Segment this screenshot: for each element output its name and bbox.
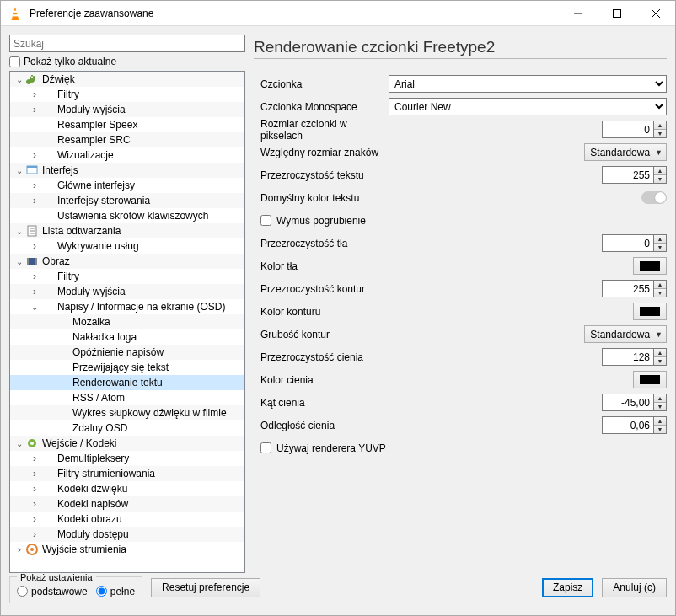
- tree-item[interactable]: Wykrywanie usług: [10, 238, 244, 254]
- maximize-button[interactable]: [598, 1, 636, 26]
- mono-font-select[interactable]: Courier New: [389, 98, 667, 115]
- save-button[interactable]: Zapisz: [542, 578, 593, 597]
- bg-color-button[interactable]: [633, 257, 667, 275]
- show-current-input[interactable]: [9, 56, 20, 67]
- tree-item[interactable]: Moduły wyjścia: [10, 284, 244, 299]
- text-opacity-spinner[interactable]: ▲▼: [602, 166, 667, 184]
- shadow-angle-spinner[interactable]: ▲▼: [602, 394, 667, 411]
- shadow-distance-spinner[interactable]: ▲▼: [602, 416, 667, 434]
- tree-item-label: Lista odtwarzania: [40, 225, 121, 237]
- outline-opacity-spinner[interactable]: ▲▼: [602, 280, 667, 297]
- basic-radio[interactable]: podstawowe: [17, 586, 88, 597]
- tree-item[interactable]: Nakładka loga: [10, 329, 244, 345]
- reset-button[interactable]: Resetuj preferencje: [151, 578, 260, 597]
- tree-arrow-icon: [13, 544, 25, 555]
- search-input[interactable]: [9, 35, 245, 52]
- tree-item[interactable]: Wykres słupkowy dźwięku w filmie: [10, 405, 244, 420]
- tree-item[interactable]: RSS / Atom: [10, 390, 244, 405]
- tree-item[interactable]: Moduły wyjścia: [10, 102, 244, 117]
- svg-rect-1: [13, 10, 18, 12]
- section-divider: [254, 58, 667, 59]
- tree-item[interactable]: Renderowanie tektu: [10, 375, 244, 390]
- font-size-spinner[interactable]: ▲▼: [602, 121, 667, 138]
- tree-item-icon: [40, 103, 54, 116]
- svg-rect-14: [27, 258, 29, 265]
- outline-color-button[interactable]: [633, 303, 667, 320]
- tree-item-icon: [56, 345, 69, 359]
- svg-rect-2: [13, 14, 19, 16]
- full-radio[interactable]: pełne: [96, 586, 135, 597]
- tree-item-icon: [40, 467, 54, 480]
- cancel-button[interactable]: Anuluj (c): [602, 578, 667, 597]
- tree-item[interactable]: Interfejsy sterowania: [10, 193, 244, 208]
- tree-item[interactable]: Przewijający się tekst: [10, 360, 244, 375]
- tree-item[interactable]: Opóźnienie napisów: [10, 345, 244, 360]
- shadow-color-button[interactable]: [633, 371, 667, 388]
- tree-item[interactable]: Dźwięk: [10, 72, 244, 87]
- tree-item-icon: [40, 133, 54, 147]
- tree-item[interactable]: Zdalny OSD: [10, 420, 244, 436]
- show-settings-group: Pokaż ustawienia podstawowe pełne: [9, 572, 142, 603]
- default-text-color-toggle[interactable]: [641, 191, 667, 204]
- tree-item[interactable]: Filtry: [10, 87, 244, 102]
- tree-item-icon: [25, 163, 39, 177]
- default-text-color-label: Domyślny kolor tekstu: [254, 192, 389, 204]
- tree-item[interactable]: Ustawienia skrótów klawiszowych: [10, 208, 244, 223]
- left-panel: Pokaż tylko aktualne DźwiękFiltryModuły …: [9, 35, 245, 573]
- font-label: Czcionka: [254, 78, 389, 90]
- tree-item[interactable]: Moduły dostępu: [10, 527, 244, 542]
- bg-opacity-spinner[interactable]: ▲▼: [602, 234, 667, 252]
- preferences-tree: DźwiękFiltryModuły wyjściaResampler Spee…: [9, 71, 245, 573]
- shadow-opacity-label: Przezroczystość cienia: [254, 351, 389, 363]
- tree-item[interactable]: Wyjście strumienia: [10, 542, 244, 557]
- tree-item[interactable]: Obraz: [10, 254, 244, 269]
- tree-item-icon: [25, 254, 39, 268]
- tree-item-label: Filtry strumieniowania: [56, 468, 155, 479]
- tree-item[interactable]: Resampler SRC: [10, 132, 244, 147]
- tree-item[interactable]: Wizualizacje: [10, 147, 244, 163]
- tree-item-label: Zdalny OSD: [71, 422, 127, 434]
- relative-size-combo[interactable]: Standardowa▼: [584, 143, 667, 161]
- tree-item[interactable]: Napisy / Informacje na ekranie (OSD): [10, 299, 244, 314]
- shadow-opacity-spinner[interactable]: ▲▼: [602, 348, 667, 366]
- force-bold-checkbox[interactable]: Wymuś pogrubienie: [254, 209, 667, 232]
- tree-item[interactable]: Interfejs: [10, 163, 244, 178]
- tree-item[interactable]: Filtry strumieniowania: [10, 466, 244, 481]
- outline-thickness-combo[interactable]: Standardowa▼: [584, 325, 667, 343]
- tree-item[interactable]: Demultipleksery: [10, 451, 244, 466]
- tree-item-label: Wizualizacje: [56, 149, 114, 161]
- tree-item-icon: [40, 452, 54, 465]
- tree-item[interactable]: Wejście / Kodeki: [10, 436, 244, 451]
- tree-item[interactable]: Kodeki obrazu: [10, 512, 244, 527]
- shadow-distance-label: Odległość cienia: [254, 420, 389, 431]
- tree-item-label: Napisy / Informacje na ekranie (OSD): [56, 301, 225, 313]
- svg-rect-8: [27, 166, 37, 168]
- tree-item-label: Resampler Speex: [56, 119, 137, 131]
- close-button[interactable]: [636, 1, 675, 26]
- tree-item-label: Mozaika: [71, 316, 110, 328]
- tree-item-icon: [40, 528, 54, 541]
- yuvp-checkbox[interactable]: Używaj renderera YUVP: [254, 437, 667, 459]
- tree-item[interactable]: Mozaika: [10, 314, 244, 329]
- tree-item[interactable]: Główne interfejsy: [10, 178, 244, 193]
- minimize-button[interactable]: [559, 1, 598, 26]
- tree-item[interactable]: Lista odtwarzania: [10, 223, 244, 238]
- tree-item[interactable]: Kodeki napisów: [10, 496, 244, 512]
- shadow-angle-label: Kąt cienia: [254, 397, 389, 409]
- tree-item[interactable]: Filtry: [10, 269, 244, 284]
- tree-item-label: Kodeki obrazu: [56, 513, 122, 525]
- outline-color-label: Kolor konturu: [254, 306, 389, 318]
- tree-item-icon: [56, 330, 69, 344]
- show-current-checkbox[interactable]: Pokaż tylko aktualne: [9, 56, 245, 67]
- tree-item-icon: [40, 285, 54, 298]
- font-select[interactable]: Arial: [389, 75, 667, 93]
- tree-item[interactable]: Kodeki dźwięku: [10, 481, 244, 496]
- tree-item[interactable]: Resampler Speex: [10, 117, 244, 132]
- tree-arrow-icon: [13, 227, 25, 236]
- tree-item-label: Wyjście strumienia: [40, 544, 126, 555]
- tree-item-icon: [56, 391, 69, 404]
- tree-item-icon: [40, 179, 54, 192]
- tree-scroll[interactable]: DźwiękFiltryModuły wyjściaResampler Spee…: [10, 72, 244, 572]
- tree-item-icon: [56, 406, 69, 420]
- tree-item-label: Filtry: [56, 88, 79, 100]
